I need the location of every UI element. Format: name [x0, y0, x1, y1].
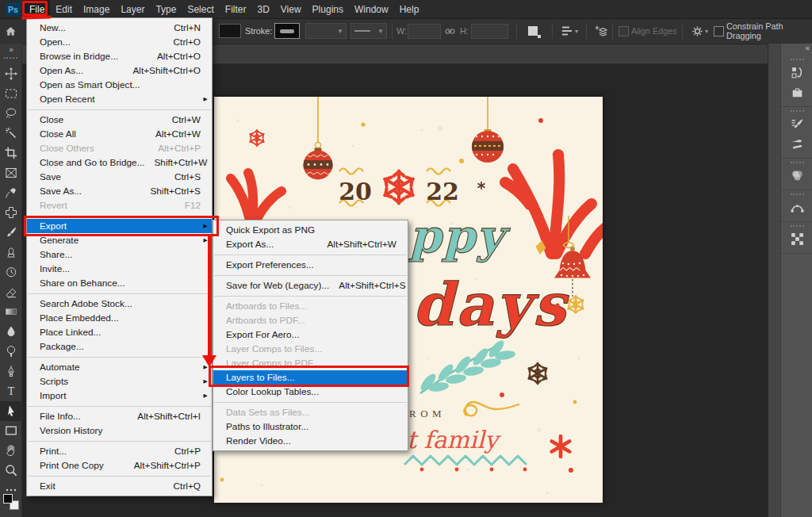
- menubar-item-3d[interactable]: 3D: [251, 0, 274, 18]
- rectangular-marquee-tool[interactable]: [0, 84, 21, 104]
- file-menu-item-close-and-go-to-bridge[interactable]: Close and Go to Bridge...Shift+Ctrl+W: [27, 155, 212, 170]
- brush-tool[interactable]: [0, 223, 21, 243]
- menubar-item-layer[interactable]: Layer: [115, 0, 150, 18]
- paths-panel-icon[interactable]: [781, 197, 812, 217]
- menubar-item-plugins[interactable]: Plugins: [307, 0, 349, 18]
- export-submenu-item-quick-export-as-png[interactable]: Quick Export as PNG: [213, 223, 408, 237]
- hand-tool[interactable]: [0, 441, 21, 461]
- frame-tool[interactable]: [0, 163, 21, 183]
- file-menu-item-open-recent[interactable]: Open Recent▶: [27, 92, 212, 106]
- align-edges-checkbox[interactable]: [619, 18, 629, 44]
- export-submenu-item-paths-to-illustrator[interactable]: Paths to Illustrator...: [213, 419, 408, 434]
- export-submenu-item-save-for-web-legacy[interactable]: Save for Web (Legacy)...Alt+Shift+Ctrl+S: [213, 278, 408, 293]
- file-menu-item-import[interactable]: Import▶: [27, 389, 212, 403]
- menubar-item-view[interactable]: View: [275, 0, 307, 18]
- gear-icon[interactable]: ▾: [691, 18, 708, 44]
- file-menu-item-open[interactable]: Open...Ctrl+O: [27, 35, 212, 49]
- stroke-swatch[interactable]: [274, 18, 300, 44]
- file-menu-item-automate[interactable]: Automate▶: [27, 360, 212, 374]
- toolbar-grip: [4, 57, 17, 59]
- file-menu-item-close-all[interactable]: Close AllAlt+Ctrl+W: [27, 127, 212, 141]
- menubar-item-type[interactable]: Type: [150, 0, 182, 18]
- history-brush-tool[interactable]: [0, 262, 21, 282]
- file-menu-item-scripts[interactable]: Scripts▶: [27, 374, 212, 389]
- file-menu-item-export[interactable]: Export▶: [27, 219, 212, 233]
- menu-item-label: Automate: [40, 362, 80, 373]
- file-menu-item-exit[interactable]: ExitCtrl+Q: [27, 479, 212, 493]
- clone-stamp-tool[interactable]: [0, 243, 21, 262]
- menubar-item-image[interactable]: Image: [78, 0, 115, 18]
- healing-brush-tool[interactable]: [0, 203, 21, 223]
- menubar-item-edit[interactable]: Edit: [50, 0, 78, 18]
- gradient-tool[interactable]: [0, 302, 21, 322]
- expand-toolbar-icon[interactable]: »: [0, 45, 21, 54]
- menubar-item-window[interactable]: Window: [349, 0, 394, 18]
- file-menu-item-place-embedded[interactable]: Place Embedded...: [27, 311, 212, 325]
- rectangle-tool[interactable]: [0, 421, 21, 441]
- blur-tool[interactable]: [0, 322, 21, 342]
- eraser-tool[interactable]: [0, 282, 21, 302]
- shape-height-input[interactable]: [471, 18, 508, 44]
- export-submenu-item-render-video[interactable]: Render Video...: [213, 434, 408, 448]
- fill-swatch[interactable]: [219, 18, 241, 44]
- zoom-tool[interactable]: [0, 461, 21, 481]
- brushes-panel-icon[interactable]: [781, 134, 812, 154]
- file-menu-item-file-info[interactable]: File Info...Alt+Shift+Ctrl+I: [27, 409, 212, 423]
- export-submenu-item-export-for-aero[interactable]: Export For Aero...: [213, 327, 408, 342]
- lasso-tool[interactable]: [0, 104, 21, 124]
- file-menu-item-new[interactable]: New...Ctrl+N: [27, 21, 212, 35]
- patterns-panel-icon[interactable]: [781, 229, 812, 249]
- menubar-item-help[interactable]: Help: [394, 0, 425, 18]
- menu-item-label: Save: [40, 171, 61, 182]
- menubar-item-filter[interactable]: Filter: [220, 0, 252, 18]
- file-menu-item-save-as[interactable]: Save As...Shift+Ctrl+S: [27, 184, 212, 198]
- file-menu-item-browse-in-bridge[interactable]: Browse in Bridge...Alt+Ctrl+O: [27, 49, 212, 63]
- file-menu-item-open-as[interactable]: Open As...Alt+Shift+Ctrl+O: [27, 63, 212, 78]
- menu-item-shortcut: Alt+Shift+Ctrl+W: [317, 239, 396, 250]
- pen-tool[interactable]: [0, 362, 21, 381]
- eyedropper-tool[interactable]: [0, 183, 21, 203]
- foreground-background-swatches[interactable]: [3, 494, 19, 510]
- file-menu-item-share-on-behance[interactable]: Share on Behance...: [27, 276, 212, 290]
- foreground-color-swatch[interactable]: [3, 494, 13, 504]
- type-tool[interactable]: T: [0, 381, 21, 401]
- file-menu-item-generate[interactable]: Generate▶: [27, 233, 212, 247]
- export-submenu-item-layers-to-files[interactable]: Layers to Files...: [213, 370, 408, 385]
- stroke-type-dropdown[interactable]: ▼: [350, 18, 387, 44]
- photoshop-logo[interactable]: Ps: [6, 2, 21, 16]
- history-panel-icon[interactable]: [781, 63, 812, 82]
- stroke-width-dropdown[interactable]: ▼: [305, 18, 347, 44]
- file-menu-item-package[interactable]: Package...: [27, 339, 212, 354]
- file-menu-item-share[interactable]: Share...: [27, 247, 212, 262]
- link-dimensions-icon[interactable]: [444, 18, 456, 44]
- shape-width-input[interactable]: [408, 18, 441, 44]
- crop-tool[interactable]: [0, 144, 21, 163]
- file-menu-item-print[interactable]: Print...Ctrl+P: [27, 444, 212, 458]
- collapse-panels-icon[interactable]: «: [781, 44, 812, 56]
- brush-settings-panel-icon[interactable]: [781, 114, 812, 134]
- export-submenu-item-color-lookup-tables[interactable]: Color Lookup Tables...: [213, 385, 408, 399]
- constrain-path-checkbox[interactable]: [714, 18, 724, 44]
- path-alignment-button[interactable]: ▾: [561, 18, 578, 44]
- file-menu-item-close[interactable]: CloseCtrl+W: [27, 113, 212, 127]
- dodge-tool[interactable]: [0, 342, 21, 362]
- file-menu-item-invite[interactable]: Invite...: [27, 262, 212, 276]
- menubar-item-file[interactable]: File: [24, 0, 50, 18]
- file-menu-item-version-history[interactable]: Version History: [27, 423, 212, 438]
- move-tool[interactable]: [0, 64, 21, 84]
- home-icon[interactable]: [5, 18, 17, 44]
- path-arrangement-button[interactable]: [594, 18, 608, 44]
- menubar-item-select[interactable]: Select: [182, 0, 219, 18]
- file-menu-item-save[interactable]: SaveCtrl+S: [27, 170, 212, 184]
- magic-wand-tool[interactable]: [0, 124, 21, 144]
- export-submenu-item-export-preferences[interactable]: Export Preferences...: [213, 258, 408, 272]
- export-submenu-item-export-as[interactable]: Export As...Alt+Shift+Ctrl+W: [213, 237, 408, 251]
- libraries-panel-icon[interactable]: [781, 82, 812, 102]
- file-menu-item-open-as-smart-object[interactable]: Open as Smart Object...: [27, 78, 212, 92]
- shape-mode-button[interactable]: [528, 18, 538, 44]
- path-selection-tool[interactable]: [0, 401, 21, 421]
- file-menu-item-search-adobe-stock[interactable]: Search Adobe Stock...: [27, 297, 212, 311]
- color-panel-icon[interactable]: [781, 166, 812, 186]
- file-menu-item-place-linked[interactable]: Place Linked...: [27, 325, 212, 339]
- file-menu-item-print-one-copy[interactable]: Print One CopyAlt+Shift+Ctrl+P: [27, 458, 212, 473]
